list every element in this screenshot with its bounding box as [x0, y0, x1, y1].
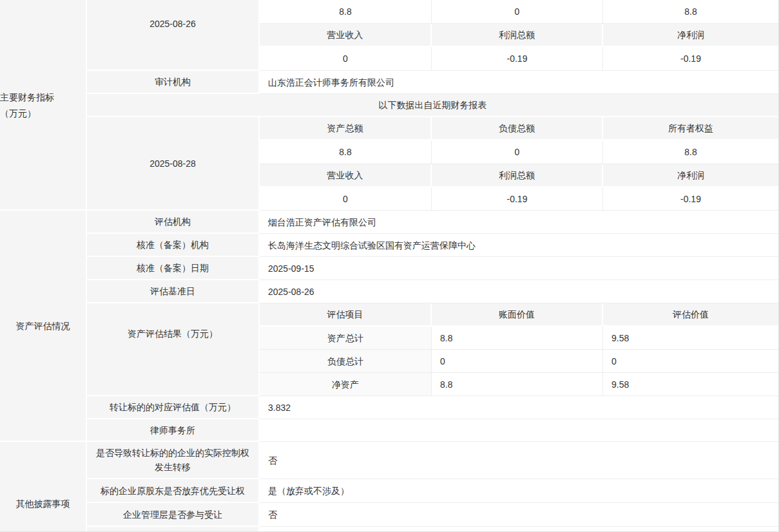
result-row-total-assets-assessed: 9.58	[603, 327, 778, 350]
management-participation-value: 否	[260, 503, 778, 527]
period2-equity-header: 所有者权益	[603, 117, 778, 140]
section-label-financial-line1: 主要财务指标	[0, 90, 54, 106]
law-firm-value	[260, 419, 778, 442]
result-item-header: 评估项目	[260, 303, 432, 327]
row-label-period2-date: 2025-08-28	[87, 117, 260, 211]
control-change-value: 否	[260, 442, 778, 479]
result-row-net-assets-book: 8.8	[432, 373, 603, 396]
period1-net-profit-value: -0.19	[603, 47, 778, 71]
period1-total-profit-value: -0.19	[432, 47, 603, 71]
row-label-base-date: 评估基准日	[87, 280, 260, 303]
section-label-asset-assessment: 资产评估情况	[0, 211, 87, 442]
period1-net-profit-header: 净利润	[603, 24, 778, 47]
row-label-period1-date: 2025-08-26	[87, 0, 260, 71]
period2-assets-header: 资产总额	[260, 117, 432, 140]
row-label-control-change: 是否导致转让标的的企业的实际控制权发生转移	[87, 442, 260, 479]
section-label-financial-indicators: 主要财务指标 （万元）	[0, 0, 87, 211]
assessment-agency-value: 烟台浩正资产评估有限公司	[260, 211, 778, 234]
row-label-law-firm: 律师事务所	[87, 419, 260, 442]
period2-revenue-header: 营业收入	[260, 164, 432, 187]
result-row-net-assets-assessed: 9.58	[603, 373, 778, 396]
period1-total-profit-header: 利润总额	[432, 24, 603, 47]
period2-total-profit-header: 利润总额	[432, 164, 603, 187]
section-label-financial-line2: （万元）	[0, 106, 36, 122]
result-book-value-header: 账面价值	[432, 303, 603, 327]
row-label-shareholder-waiver: 标的企业原股东是否放弃优先受让权	[87, 479, 260, 503]
period2-liabilities-header: 负债总额	[432, 117, 603, 140]
transfer-value-value: 3.832	[260, 396, 778, 419]
approval-org-value: 长岛海洋生态文明综合试验区国有资产运营保障中心	[260, 234, 778, 257]
period2-net-profit-value: -0.19	[603, 187, 778, 211]
period2-net-profit-header: 净利润	[603, 164, 778, 187]
period1-liabilities-value: 0	[432, 0, 603, 24]
row-label-partial	[87, 527, 260, 531]
partial-bottom-row	[260, 527, 778, 531]
period1-equity-value: 8.8	[603, 0, 778, 24]
result-row-total-liabilities-book: 0	[432, 350, 603, 373]
row-label-management-participation: 企业管理层是否参与受让	[87, 503, 260, 527]
row-label-audit-agency: 审计机构	[87, 71, 260, 94]
result-row-net-assets-item: 净资产	[260, 373, 432, 396]
period1-revenue-header: 营业收入	[260, 24, 432, 47]
period2-equity-value: 8.8	[603, 140, 778, 164]
shareholder-waiver-value: 是（放弃或不涉及）	[260, 479, 778, 503]
period2-liabilities-value: 0	[432, 140, 603, 164]
period2-revenue-value: 0	[260, 187, 432, 211]
period1-revenue-value: 0	[260, 47, 432, 71]
section-label-other-disclosures: 其他披露事项	[0, 442, 87, 531]
result-row-total-liabilities-item: 负债总计	[260, 350, 432, 373]
row-label-approval-date: 核准（备案）日期	[87, 257, 260, 280]
row-label-approval-org: 核准（备案）机构	[87, 234, 260, 257]
period2-total-profit-value: -0.19	[432, 187, 603, 211]
row-label-assessment-result: 资产评估结果（万元）	[87, 303, 260, 396]
recent-financials-note: 以下数据出自近期财务报表	[87, 94, 778, 117]
period2-assets-value: 8.8	[260, 140, 432, 164]
audit-agency-value: 山东浩正会计师事务所有限公司	[260, 71, 778, 94]
result-assessed-value-header: 评估价值	[603, 303, 778, 327]
period1-assets-value: 8.8	[260, 0, 432, 24]
row-label-transfer-value: 转让标的的对应评估值（万元）	[87, 396, 260, 419]
disclosure-table: 主要财务指标 （万元） 资产评估情况 其他披露事项 2025-08-26 审计机…	[0, 0, 779, 532]
result-row-total-liabilities-assessed: 0	[603, 350, 778, 373]
result-row-total-assets-book: 8.8	[432, 327, 603, 350]
result-row-total-assets-item: 资产总计	[260, 327, 432, 350]
base-date-value: 2025-08-26	[260, 280, 778, 303]
row-label-assessment-agency: 评估机构	[87, 211, 260, 234]
approval-date-value: 2025-09-15	[260, 257, 778, 280]
